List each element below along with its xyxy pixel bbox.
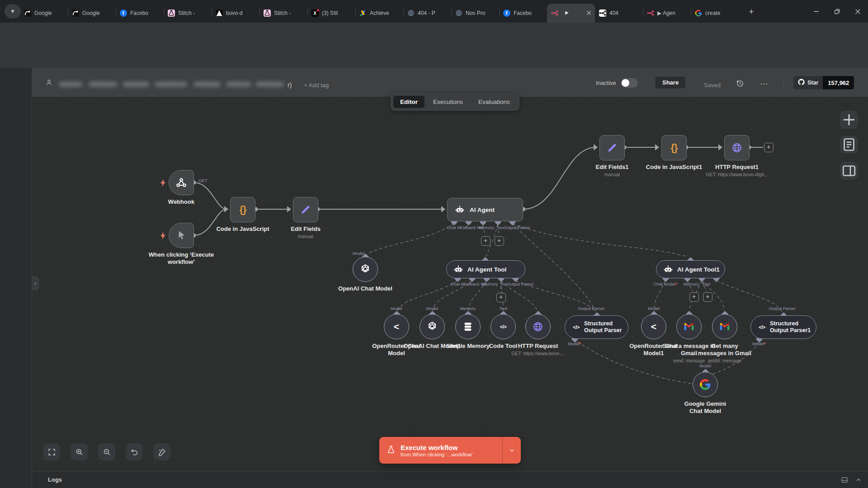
- openrouter-icon: <: [391, 321, 402, 333]
- browser-tab[interactable]: Nos Pro: [451, 4, 499, 23]
- node-webhook[interactable]: [169, 170, 194, 195]
- globegray-favicon: [455, 9, 462, 17]
- fit-view-button[interactable]: [43, 443, 60, 460]
- tab-evaluations[interactable]: Evaluations: [472, 96, 517, 108]
- logs-label: Logs: [48, 476, 62, 483]
- browser-tab[interactable]: 404 - P: [403, 4, 451, 23]
- node-sublabel: getAll: message: [686, 358, 763, 363]
- browser-tab[interactable]: X(3) Stit: [307, 4, 355, 23]
- node-edit-fields1[interactable]: [599, 135, 625, 160]
- window-restore-button[interactable]: [826, 0, 847, 23]
- sidebar-collapse-handle[interactable]: ›: [32, 277, 39, 290]
- browser-tab[interactable]: bovo-d: [212, 4, 259, 23]
- add-node-plus-button[interactable]: +: [481, 236, 491, 246]
- node-openrouter-chat-model[interactable]: <: [384, 314, 409, 339]
- node-ai-agent-tool[interactable]: AI Agent Tool: [446, 260, 525, 278]
- node-http-request1[interactable]: [724, 135, 750, 160]
- github-star-widget[interactable]: Star 157,962: [793, 75, 854, 90]
- add-node-plus-button[interactable]: +: [495, 236, 504, 246]
- canvas-notes-button[interactable]: [840, 136, 858, 153]
- tab-title: bovo-d: [226, 10, 256, 16]
- logs-panel[interactable]: Logs: [32, 471, 868, 488]
- active-toggle[interactable]: [621, 78, 638, 88]
- tab-executions[interactable]: Executions: [426, 96, 470, 108]
- tidy-up-button[interactable]: [153, 443, 170, 460]
- node-simple-memory[interactable]: [455, 314, 481, 339]
- more-options-icon[interactable]: ⋯: [760, 79, 768, 89]
- globegray-favicon: [407, 9, 415, 17]
- add-tag-button[interactable]: + Add tag: [304, 82, 329, 89]
- tab-title: ▶ Agen: [657, 10, 687, 16]
- node-http-request[interactable]: [525, 314, 551, 339]
- tab-editor[interactable]: Editor: [393, 96, 425, 108]
- node-ai-agent[interactable]: AI Agent: [447, 198, 523, 221]
- node-openai-chat-model1[interactable]: [420, 314, 445, 339]
- tab-play-icon: [564, 9, 569, 17]
- node-manual-trigger[interactable]: [169, 223, 194, 248]
- logs-expand-chevron[interactable]: [855, 476, 862, 485]
- window-close-button[interactable]: [847, 0, 868, 23]
- node-google-gemini-chat-model[interactable]: [693, 372, 718, 397]
- n8n-favicon: [551, 9, 558, 17]
- canvas-split-view-button[interactable]: [840, 162, 858, 179]
- new-tab-button[interactable]: +: [745, 5, 758, 18]
- logs-popout-icon[interactable]: [841, 476, 848, 485]
- undo-button[interactable]: [126, 443, 143, 460]
- robot-icon: [455, 205, 465, 215]
- node-openai-chat-model[interactable]: [353, 257, 378, 282]
- node-gmail-send[interactable]: [676, 314, 702, 339]
- execute-workflow-label: Execute workflow: [401, 443, 473, 452]
- browser-tab[interactable]: Achieve: [355, 4, 403, 23]
- add-node-plus-button[interactable]: +: [496, 293, 506, 302]
- browser-tab[interactable]: Stitch -: [164, 4, 212, 23]
- connector-label-text: Model: [752, 341, 764, 346]
- browser-tab[interactable]: fFacebo: [116, 4, 164, 23]
- browser-toolbar: ☆ m</>A ⋮: [0, 23, 868, 47]
- tab-title: Nos Pro: [466, 10, 495, 16]
- node-openrouter-chat-model1[interactable]: <: [641, 314, 666, 339]
- share-button[interactable]: Share: [655, 76, 686, 89]
- openai-icon: [426, 321, 438, 333]
- connector-label-text: Model: [648, 306, 660, 311]
- execute-workflow-dropdown[interactable]: [503, 437, 521, 464]
- browser-tab[interactable]: create: [691, 4, 739, 23]
- node-structured-output-parser[interactable]: </>Structured Output Parser: [565, 315, 628, 339]
- canvas-add-button[interactable]: [840, 111, 858, 128]
- node-title: AI Agent Tool1: [677, 266, 720, 273]
- tab-search-button[interactable]: ▼: [5, 4, 21, 19]
- node-structured-output-parser1[interactable]: </>Structured Output Parser1: [750, 315, 816, 339]
- node-code-tool[interactable]: </>: [491, 314, 516, 339]
- node-code-in-javascript[interactable]: {}: [230, 197, 255, 222]
- node-edit-fields[interactable]: [293, 197, 318, 222]
- browser-tab[interactable]: ▶ Agen: [643, 4, 691, 23]
- node-ai-agent-tool1[interactable]: AI Agent Tool1: [656, 260, 725, 278]
- browser-tab[interactable]: 404: [595, 4, 643, 23]
- add-node-plus-button[interactable]: +: [703, 292, 712, 302]
- status-label: Inactive: [596, 80, 616, 86]
- gmulti-favicon: [694, 9, 702, 17]
- pencil-icon: [606, 142, 618, 154]
- browser-tab[interactable]: Google: [68, 4, 116, 23]
- node-label: HTTP Request1: [703, 164, 771, 171]
- window-minimize-button[interactable]: [806, 0, 826, 23]
- history-icon[interactable]: [736, 79, 744, 89]
- robot-icon: [663, 264, 673, 274]
- connector-label: Output Parser: [562, 306, 621, 311]
- gmail-icon: [683, 321, 695, 333]
- code-icon: </>: [572, 323, 580, 332]
- zoom-out-button[interactable]: [98, 443, 115, 460]
- tab-close-icon[interactable]: [586, 9, 591, 17]
- browser-tab[interactable]: Stitch -: [259, 4, 307, 23]
- node-gmail-get-many[interactable]: [712, 314, 737, 339]
- add-node-plus-button[interactable]: +: [764, 143, 774, 152]
- add-node-plus-button[interactable]: +: [689, 292, 699, 302]
- connector-label: Output Parser: [491, 282, 550, 286]
- workflow-view-tabs: Editor Executions Evaluations: [391, 93, 519, 111]
- browser-tab-active[interactable]: [547, 4, 595, 23]
- node-code-in-javascript1[interactable]: {}: [661, 135, 687, 160]
- browser-tab[interactable]: Google: [20, 4, 68, 23]
- browser-tab[interactable]: fFacebo: [499, 4, 547, 23]
- zoom-in-button[interactable]: [71, 443, 88, 460]
- execute-workflow-button[interactable]: Execute workflow from When clicking ‘...…: [379, 437, 521, 464]
- connector-label-text: Model: [426, 306, 438, 311]
